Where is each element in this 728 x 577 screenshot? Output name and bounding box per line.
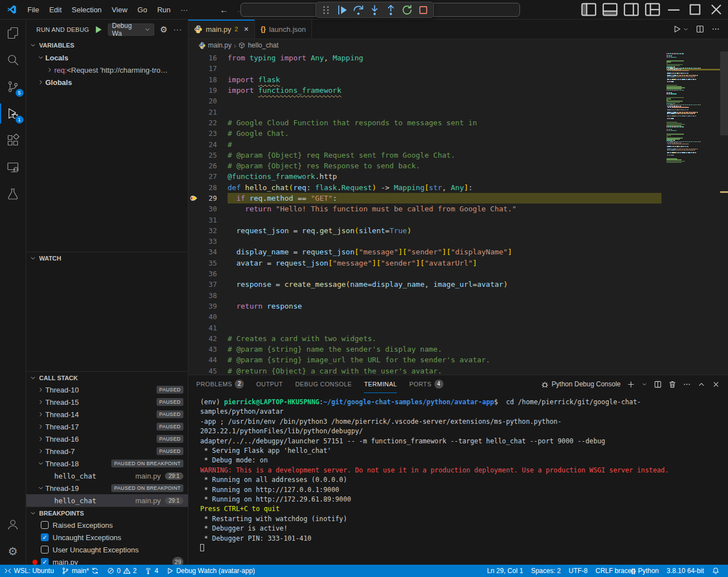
breakpoint-checkbox[interactable]: ✓	[41, 533, 49, 541]
code-line-31[interactable]: 31	[188, 214, 728, 225]
code-line-32[interactable]: 32 request_json = req.get_json(silent=Tr…	[188, 225, 728, 236]
code-editor[interactable]: 16from typing import Any, Mapping1718imp…	[188, 51, 728, 375]
line-number[interactable]: 39	[200, 302, 217, 310]
line-number[interactable]: 21	[200, 108, 217, 116]
status-problems[interactable]: 02	[103, 565, 140, 577]
editor-scrollbar[interactable]	[720, 51, 728, 375]
tab-main.py[interactable]: main.py2✕	[188, 20, 255, 39]
line-number[interactable]: 28	[200, 183, 217, 192]
close-panel-icon[interactable]	[712, 380, 720, 389]
breakpoint-item[interactable]: ✓main.py29	[26, 556, 188, 565]
code-line-35[interactable]: 35 avatar = request_json["message"]["sen…	[188, 258, 728, 268]
line-number[interactable]: 44	[200, 356, 217, 364]
line-number[interactable]: 16	[200, 54, 217, 62]
breadcrumb-item[interactable]: hello_chat	[248, 41, 278, 49]
activity-source-control[interactable]: 5	[0, 73, 26, 100]
menu-view[interactable]: View	[107, 3, 133, 16]
code-line-22[interactable]: 22# Google Cloud Function that responds …	[188, 117, 728, 128]
line-number[interactable]: 18	[200, 75, 217, 84]
code-line-34[interactable]: 34 display_name = request_json["message"…	[188, 247, 728, 257]
panel-tab-ports[interactable]: PORTS4	[409, 375, 443, 393]
code-line-24[interactable]: 24#	[188, 139, 728, 149]
activity-testing[interactable]	[0, 181, 26, 207]
call-stack-thread[interactable]: Thread-10PAUSED	[26, 384, 188, 396]
code-line-18[interactable]: 18import flask	[188, 74, 728, 85]
activity-explorer[interactable]	[0, 20, 26, 46]
status-eol[interactable]: CRLF	[592, 565, 617, 577]
layout-panel-icon[interactable]	[602, 5, 618, 14]
terminal-dropdown-chevron-icon[interactable]	[641, 381, 647, 387]
code-line-16[interactable]: 16from typing import Any, Mapping	[188, 53, 728, 63]
line-number[interactable]: 25	[200, 151, 217, 159]
code-line-43[interactable]: 43# @param {string} name the sender's di…	[188, 344, 728, 354]
breakpoint-item[interactable]: User Uncaught Exceptions	[26, 543, 188, 556]
call-stack-thread[interactable]: Thread-16PAUSED	[26, 433, 188, 445]
line-number[interactable]: 34	[200, 248, 217, 256]
status-python-interpreter[interactable]: 3.8.10 64-bit	[663, 565, 708, 577]
terminal-output[interactable]: (env) pierrick@LAPTOP-HKU5PNNG:~/git/goo…	[188, 393, 728, 554]
line-number[interactable]: 20	[200, 97, 217, 105]
menu-edit[interactable]: Edit	[44, 3, 67, 16]
code-line-38[interactable]: 38	[188, 290, 728, 301]
code-line-41[interactable]: 41	[188, 322, 728, 333]
code-line-40[interactable]: 40	[188, 311, 728, 322]
breadcrumb[interactable]: main.py›hello_chat	[188, 39, 728, 51]
activity-accounts[interactable]	[0, 511, 26, 538]
maximize-panel-icon[interactable]	[697, 380, 706, 389]
run-dropdown-chevron-icon[interactable]	[683, 26, 689, 32]
status-notifications[interactable]	[708, 565, 724, 577]
code-line-26[interactable]: 26# @param {Object} res Response to send…	[188, 160, 728, 171]
layout-sidebar-icon[interactable]	[580, 5, 597, 14]
debug-settings-gear-icon[interactable]: ⚙	[159, 25, 169, 35]
editor-more-actions-icon[interactable]	[711, 25, 720, 34]
sidebar-more-actions-icon[interactable]: ···	[173, 25, 182, 34]
line-number[interactable]: 23	[200, 129, 217, 138]
line-number[interactable]: 30	[200, 205, 217, 213]
variables-scope-globals[interactable]: Globals	[26, 76, 188, 88]
code-line-23[interactable]: 23# Google Chat.	[188, 128, 728, 139]
variable-req[interactable]: req: <Request 'http://charming-tro…	[26, 64, 188, 76]
line-number[interactable]: 29	[200, 194, 217, 202]
status-debug-session[interactable]: Debug Watch (avatar-app)	[162, 565, 259, 577]
new-terminal-icon[interactable]	[627, 380, 635, 389]
line-number[interactable]: 40	[200, 313, 217, 321]
line-number[interactable]: 32	[200, 226, 217, 235]
run-python-file-button[interactable]	[673, 25, 689, 34]
menu-more[interactable]: ···	[176, 3, 193, 16]
line-number[interactable]: 31	[200, 216, 217, 224]
status-cursor-position[interactable]: Ln 29, Col 1	[483, 565, 527, 577]
breakpoint-checkbox[interactable]	[41, 546, 49, 554]
layout-sidebar-right-icon[interactable]	[623, 5, 640, 14]
code-line-25[interactable]: 25# @param {Object} req Request sent fro…	[188, 150, 728, 160]
scrollbar-slider[interactable]	[720, 51, 728, 135]
close-window-icon[interactable]	[708, 5, 725, 14]
code-line-36[interactable]: 36	[188, 268, 728, 279]
line-number[interactable]: 45	[200, 367, 217, 375]
code-line-28[interactable]: 28def hello_chat(req: flask.Request) -> …	[188, 182, 728, 193]
breakpoint-item[interactable]: Raised Exceptions	[26, 519, 188, 531]
line-number[interactable]: 27	[200, 172, 217, 181]
line-number[interactable]: 22	[200, 119, 217, 127]
terminal-instance-label[interactable]: Python Debug Console	[541, 380, 621, 389]
status-forwarded-ports[interactable]: 4	[140, 565, 162, 577]
menu-file[interactable]: File	[22, 3, 44, 16]
code-line-33[interactable]: 33	[188, 236, 728, 247]
nav-back-icon[interactable]: ←	[220, 5, 228, 15]
panel-more-actions-icon[interactable]	[683, 380, 691, 389]
line-number[interactable]: 43	[200, 345, 217, 353]
debug-step-into-icon[interactable]	[368, 4, 381, 16]
line-number[interactable]: 24	[200, 140, 217, 149]
call-stack-thread[interactable]: Thread-14PAUSED	[26, 408, 188, 420]
minimap[interactable]	[666, 51, 720, 375]
line-number[interactable]: 36	[200, 269, 217, 278]
activity-settings[interactable]: ⚙	[0, 538, 26, 565]
line-number[interactable]: 42	[200, 334, 217, 343]
activity-search[interactable]	[0, 46, 26, 73]
panel-tab-terminal[interactable]: TERMINAL	[364, 375, 397, 393]
breakpoint-checkbox[interactable]	[41, 521, 49, 529]
debug-continue-icon[interactable]	[336, 4, 348, 16]
minimize-icon[interactable]	[665, 5, 682, 14]
line-number[interactable]: 33	[200, 237, 217, 245]
variables-scope-locals[interactable]: Locals	[26, 51, 188, 64]
line-number[interactable]: 17	[200, 64, 217, 73]
